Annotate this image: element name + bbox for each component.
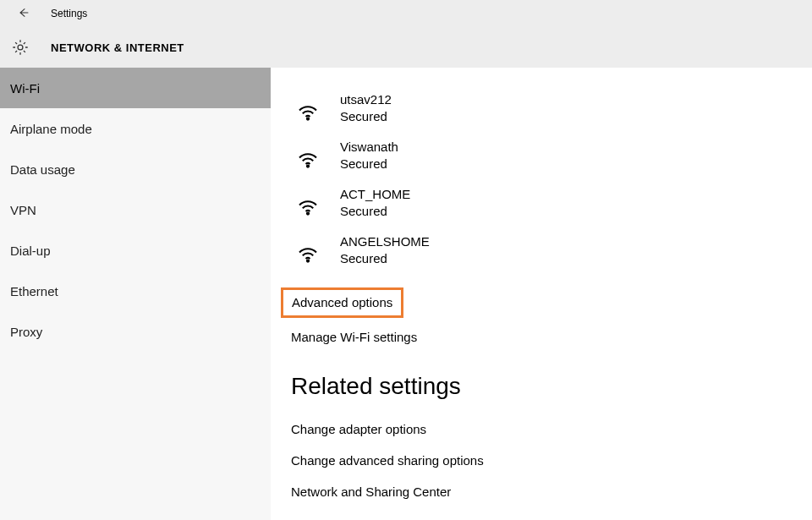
network-status: Secured [340, 250, 430, 267]
network-item[interactable]: ACT_HOME Secured [291, 179, 812, 227]
sidebar: Wi-Fi Airplane mode Data usage VPN Dial-… [0, 68, 271, 520]
svg-point-0 [18, 45, 23, 50]
app-title: Settings [51, 8, 87, 19]
sidebar-item-vpn[interactable]: VPN [0, 189, 271, 230]
sidebar-item-label: Dial-up [10, 244, 51, 258]
related-settings-heading: Related settings [291, 373, 812, 400]
sidebar-item-ethernet[interactable]: Ethernet [0, 271, 271, 311]
sidebar-item-label: VPN [10, 203, 36, 217]
wifi-icon [291, 91, 325, 125]
advanced-options-highlight: Advanced options [281, 287, 403, 318]
network-text: Viswanath Secured [340, 139, 398, 172]
category-title: NETWORK & INTERNET [51, 41, 184, 54]
network-item[interactable]: ANGELSHOME Secured [291, 227, 812, 274]
sidebar-item-label: Airplane mode [10, 122, 92, 136]
manage-wifi-link[interactable]: Manage Wi-Fi settings [291, 323, 417, 351]
main-panel: utsav212 Secured Viswanath Secured [271, 68, 812, 520]
sidebar-item-label: Wi-Fi [10, 81, 40, 96]
wifi-icon [291, 186, 325, 220]
sidebar-item-proxy[interactable]: Proxy [0, 311, 271, 352]
back-arrow-icon [17, 6, 30, 22]
category-row: NETWORK & INTERNET [0, 27, 812, 68]
sidebar-item-dial-up[interactable]: Dial-up [0, 230, 271, 271]
related-link-sharing[interactable]: Change advanced sharing options [291, 445, 812, 476]
network-status: Secured [340, 203, 410, 220]
network-name: ANGELSHOME [340, 233, 430, 250]
network-name: utsav212 [340, 91, 392, 108]
related-link-network-center[interactable]: Network and Sharing Center [291, 476, 812, 507]
network-item[interactable]: Viswanath Secured [291, 132, 812, 179]
sidebar-item-data-usage[interactable]: Data usage [0, 149, 271, 189]
svg-point-2 [307, 165, 309, 167]
gear-icon [10, 37, 30, 57]
network-status: Secured [340, 108, 392, 125]
sidebar-item-label: Proxy [10, 325, 42, 339]
network-name: Viswanath [340, 139, 398, 156]
svg-point-3 [307, 212, 309, 214]
advanced-options-link[interactable]: Advanced options [292, 295, 392, 309]
sidebar-item-airplane-mode[interactable]: Airplane mode [0, 108, 271, 149]
content: Wi-Fi Airplane mode Data usage VPN Dial-… [0, 68, 812, 520]
header: Settings NETWORK & INTERNET [0, 0, 812, 68]
svg-point-1 [307, 118, 309, 119]
network-status: Secured [340, 156, 398, 172]
sidebar-item-label: Data usage [10, 162, 75, 177]
back-button[interactable] [14, 3, 34, 24]
svg-point-4 [307, 260, 309, 261]
wifi-icon [291, 233, 325, 267]
network-list: utsav212 Secured Viswanath Secured [291, 85, 812, 274]
sidebar-item-wifi[interactable]: Wi-Fi [0, 68, 271, 108]
network-text: ACT_HOME Secured [340, 186, 410, 220]
network-name: ACT_HOME [340, 186, 410, 203]
network-text: ANGELSHOME Secured [340, 233, 430, 267]
titlebar: Settings [0, 0, 812, 27]
wifi-icon [291, 139, 325, 172]
network-item[interactable]: utsav212 Secured [291, 85, 812, 132]
network-text: utsav212 Secured [340, 91, 392, 125]
sidebar-item-label: Ethernet [10, 284, 58, 298]
related-link-adapter[interactable]: Change adapter options [291, 413, 812, 445]
